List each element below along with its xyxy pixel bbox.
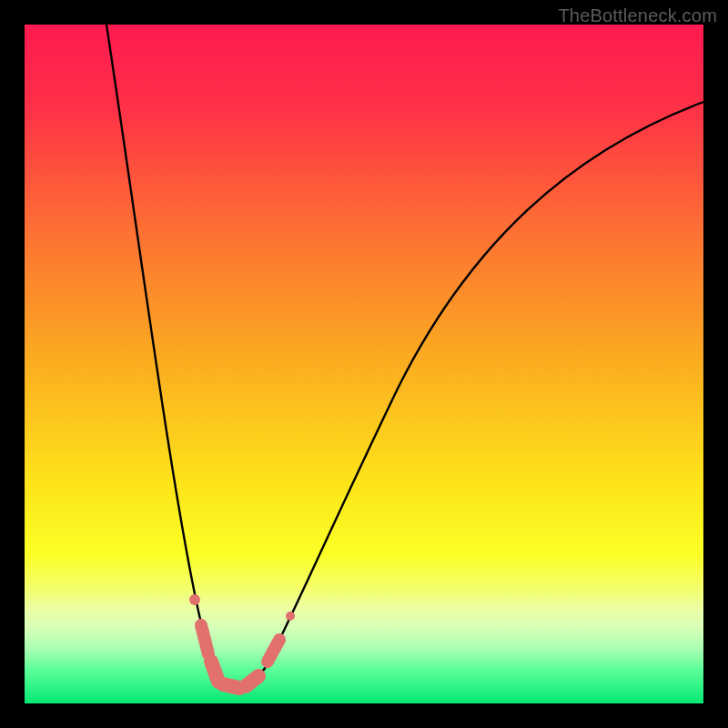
bead-2 — [211, 662, 218, 682]
chart-frame — [25, 25, 703, 703]
bead-3 — [223, 684, 239, 688]
watermark-text: TheBottleneck.com — [558, 5, 717, 26]
curve-left-curve — [106, 25, 266, 687]
bead-5 — [268, 640, 279, 662]
bead-0 — [189, 594, 200, 605]
bead-1 — [201, 625, 208, 654]
bead-6 — [286, 612, 295, 621]
chart-plot — [25, 25, 703, 703]
bead-4 — [246, 676, 258, 686]
curve-right-curve — [266, 102, 703, 667]
